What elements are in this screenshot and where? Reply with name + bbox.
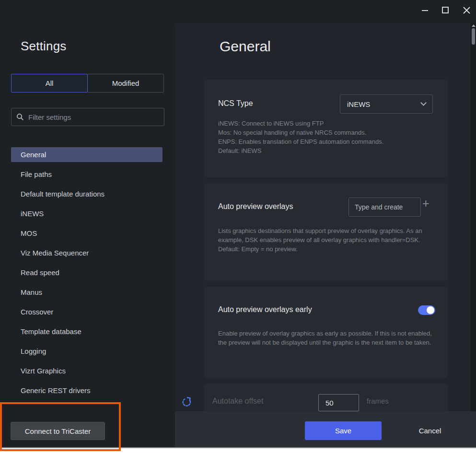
section-auto-preview-overlays-early: Auto preview overlays early Enable previ… <box>204 287 448 378</box>
sidebar-nav: General File paths Default template dura… <box>11 147 163 403</box>
page-title: General <box>220 38 271 55</box>
maximize-button[interactable] <box>438 0 454 22</box>
setting-label: Autotake offset <box>212 397 263 406</box>
sidebar-item-file-paths[interactable]: File paths <box>11 167 163 182</box>
scrollbar[interactable] <box>471 23 476 411</box>
title-bar <box>0 0 476 22</box>
setting-label: NCS Type <box>218 99 253 108</box>
tab-group: All Modified <box>11 74 164 93</box>
sidebar-item-crossover[interactable]: Crossover <box>11 304 163 319</box>
autotake-offset-input[interactable] <box>318 394 359 411</box>
sidebar-item-logging[interactable]: Logging <box>11 344 163 359</box>
setting-description: iNEWS: Connect to iNEWS using FTP Mos: N… <box>218 119 435 155</box>
close-button[interactable] <box>459 0 475 22</box>
footer-bar: Save Cancel <box>175 411 476 447</box>
select-value: iNEWS <box>347 100 421 108</box>
close-icon <box>463 6 471 14</box>
search-icon <box>16 113 24 121</box>
unit-label: frames <box>367 397 389 405</box>
scrollbar-thumb[interactable] <box>472 28 475 45</box>
setting-label: Auto preview overlays early <box>218 305 312 314</box>
sidebar-item-inews[interactable]: iNEWS <box>11 206 163 221</box>
settings-window: Settings All Modified General File paths… <box>0 0 476 448</box>
cancel-button[interactable]: Cancel <box>404 421 456 440</box>
setting-label: Auto preview overlays <box>218 202 293 211</box>
connect-to-tricaster-button[interactable]: Connect to TriCaster <box>11 422 105 440</box>
tab-all[interactable]: All <box>11 74 88 93</box>
filter-settings-field[interactable] <box>11 108 164 126</box>
save-button[interactable]: Save <box>305 421 382 440</box>
section-ncs-type: NCS Type iNEWS iNEWS: Connect to iNEWS u… <box>204 80 448 177</box>
sidebar-item-general[interactable]: General <box>11 147 163 162</box>
reset-to-default-icon[interactable] <box>181 396 192 407</box>
scroll-up-icon[interactable] <box>472 24 476 27</box>
sidebar-item-template-database[interactable]: Template database <box>11 324 163 339</box>
settings-panel-title: Settings <box>21 39 67 54</box>
sidebar-item-generic-rest-drivers[interactable]: Generic REST drivers <box>11 383 163 398</box>
section-auto-preview-overlays: Auto preview overlays + Lists graphics d… <box>204 184 448 280</box>
setting-description: Lists graphics destinations that support… <box>218 226 435 254</box>
sidebar-item-read-speed[interactable]: Read speed <box>11 265 163 280</box>
chevron-down-icon <box>420 100 427 106</box>
minimize-button[interactable] <box>417 0 433 22</box>
tab-modified[interactable]: Modified <box>87 74 164 93</box>
sidebar-item-default-template-durations[interactable]: Default template durations <box>11 186 163 201</box>
auto-preview-early-toggle[interactable] <box>418 305 435 315</box>
sidebar: Settings All Modified General File paths… <box>0 22 175 447</box>
ncs-type-select[interactable]: iNEWS <box>340 94 433 114</box>
minimize-icon <box>422 10 428 11</box>
sidebar-item-viz-media-sequencer[interactable]: Viz Media Sequencer <box>11 245 163 260</box>
filter-settings-input[interactable] <box>28 113 159 121</box>
main-panel: General NCS Type iNEWS iNEWS: Connect to… <box>175 23 476 448</box>
setting-description: Enable preview of overlay graphics as ea… <box>218 329 435 347</box>
sidebar-item-vizrt-graphics[interactable]: Vizrt Graphics <box>11 363 163 378</box>
add-icon[interactable]: + <box>422 197 430 210</box>
toggle-knob <box>427 306 434 314</box>
auto-preview-overlays-input[interactable] <box>348 197 421 217</box>
maximize-icon <box>442 7 449 13</box>
sidebar-item-mos[interactable]: MOS <box>11 226 163 241</box>
sidebar-item-manus[interactable]: Manus <box>11 285 163 300</box>
